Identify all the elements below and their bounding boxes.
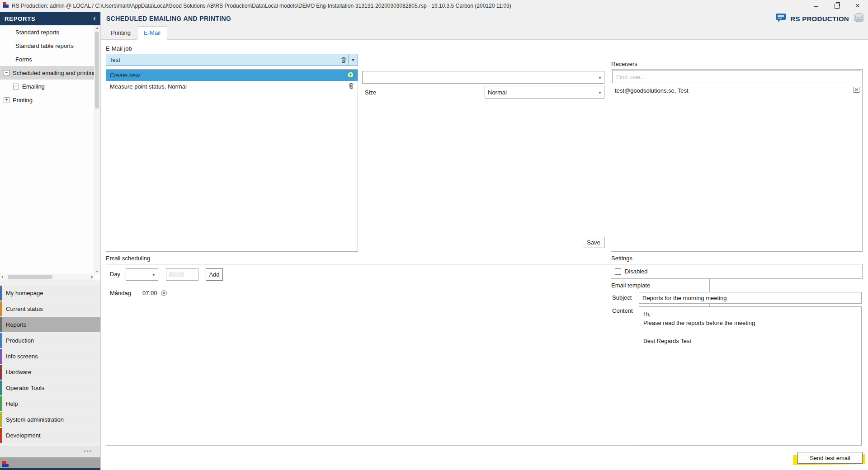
- find-user-input[interactable]: [612, 70, 861, 83]
- save-button[interactable]: Save: [583, 237, 604, 248]
- content-label: Content: [612, 307, 633, 314]
- nav-item-label: Operator Tools: [6, 385, 44, 391]
- more-icon: •••: [84, 448, 92, 455]
- delete-job-row-icon[interactable]: [349, 83, 354, 90]
- tree-horizontal-scrollbar[interactable]: [0, 274, 94, 280]
- sidebar-title: REPORTS: [5, 15, 35, 22]
- subject-label: Subject: [612, 294, 632, 301]
- size-value: Normal: [488, 86, 595, 98]
- tree-item-standard-reports[interactable]: Standard reports: [0, 25, 100, 39]
- job-list-item-create-new[interactable]: Create new: [106, 70, 358, 81]
- schedule-entry: Måndag 07:00: [110, 288, 167, 297]
- time-input[interactable]: [166, 268, 198, 281]
- scroll-down-icon[interactable]: [96, 271, 99, 273]
- job-item-label: Measure point status, Normal: [110, 83, 349, 90]
- tree-vertical-scrollbar[interactable]: [94, 25, 100, 274]
- job-list-item-measure-point-status[interactable]: Measure point status, Normal: [106, 81, 358, 92]
- nav-item-label: Info screens: [6, 353, 38, 360]
- remove-schedule-icon[interactable]: [161, 290, 167, 296]
- email-job-list: Create new Measure point status, Normal: [106, 69, 358, 252]
- nav-item-label: Reports: [6, 321, 27, 328]
- sidebar-item-current-status[interactable]: Current status: [0, 301, 100, 316]
- scroll-up-icon[interactable]: [96, 27, 99, 29]
- feedback-chat-icon[interactable]: [776, 14, 786, 24]
- header-right-cluster: RS PRODUCTION: [776, 12, 864, 25]
- nav-color-stripe: [0, 412, 2, 427]
- report-select-dropdown[interactable]: ▾: [362, 71, 604, 84]
- tree-expand-icon[interactable]: +: [13, 84, 19, 89]
- nav-color-stripe: [0, 396, 2, 411]
- sidebar-bottom-strip: [0, 468, 100, 470]
- scroll-left-icon[interactable]: [1, 276, 3, 278]
- dropdown-arrow-icon: ▾: [596, 86, 604, 98]
- report-select-value: [365, 71, 595, 83]
- nav-color-stripe: [0, 317, 2, 332]
- day-value: [129, 269, 149, 280]
- disabled-label: Disabled: [625, 268, 648, 275]
- window-controls: – ×: [806, 0, 868, 12]
- tab-email[interactable]: E-Mail: [137, 26, 167, 40]
- size-dropdown[interactable]: Normal ▾: [485, 86, 604, 99]
- dropdown-arrow-icon: ▾: [596, 71, 604, 83]
- sidebar-item-hardware[interactable]: Hardware: [0, 365, 100, 380]
- brand-name: RS PRODUCTION: [790, 15, 849, 23]
- sidebar-item-production[interactable]: Production: [0, 333, 100, 348]
- restore-button[interactable]: [826, 0, 847, 12]
- sidebar-item-development[interactable]: Development: [0, 428, 100, 443]
- restore-icon: [835, 4, 840, 9]
- sidebar-item-system-administration[interactable]: System administration: [0, 412, 100, 427]
- tree-expand-icon[interactable]: +: [4, 97, 9, 103]
- rs-production-logo-icon: [854, 13, 864, 24]
- tree-item-label: Forms: [15, 56, 32, 63]
- scrollbar-thumb[interactable]: [8, 275, 52, 279]
- minimize-button[interactable]: –: [806, 0, 826, 12]
- day-dropdown[interactable]: ▾: [126, 268, 158, 281]
- nav-item-label: System administration: [6, 416, 64, 423]
- collapse-sidebar-icon[interactable]: ‹: [93, 15, 96, 21]
- tree-item-scheduled-emailing-and-printing[interactable]: − Scheduled emailing and printing: [0, 66, 94, 80]
- close-button[interactable]: ×: [847, 0, 868, 12]
- sidebar-header: REPORTS ‹: [0, 12, 100, 25]
- tree-item-forms[interactable]: Forms: [0, 52, 100, 66]
- dropdown-arrow-icon: ▾: [150, 269, 158, 280]
- minimize-icon: –: [814, 4, 818, 8]
- settings-panel: Disabled: [611, 264, 863, 279]
- scroll-right-icon[interactable]: [91, 276, 93, 278]
- nav-more-button[interactable]: •••: [0, 446, 100, 457]
- nav-color-stripe: [0, 333, 2, 348]
- sidebar-item-help[interactable]: Help: [0, 396, 100, 411]
- tree-item-label: Printing: [13, 97, 33, 103]
- remove-receiver-icon[interactable]: [854, 87, 859, 94]
- nav-color-stripe: [0, 428, 2, 443]
- template-section-label: Email template: [611, 282, 650, 289]
- tree-collapse-icon[interactable]: −: [4, 70, 9, 76]
- tree-item-printing[interactable]: + Printing: [0, 93, 100, 107]
- tree-item-standard-table-reports[interactable]: Standard table reports: [0, 39, 100, 52]
- tree-item-label: Emailing: [22, 83, 45, 90]
- add-job-icon[interactable]: [347, 71, 354, 80]
- scrollbar-thumb[interactable]: [95, 32, 99, 108]
- page-header: SCHEDULED EMAILING AND PRINTING RS PRODU…: [101, 12, 868, 25]
- scheduling-section-label: Email scheduling: [106, 255, 150, 262]
- sidebar-footer: [0, 457, 100, 468]
- disabled-checkbox[interactable]: [615, 268, 621, 275]
- sidebar-item-reports[interactable]: Reports: [0, 317, 100, 332]
- email-job-selected-value: Test: [106, 56, 339, 63]
- nav-item-label: Hardware: [6, 369, 31, 376]
- nav-color-stripe: [0, 349, 2, 364]
- delete-job-icon[interactable]: [339, 57, 348, 63]
- email-job-combobox[interactable]: Test ▾: [106, 54, 358, 66]
- sidebar-item-my-homepage[interactable]: My homepage: [0, 286, 100, 301]
- tree-item-label: Standard reports: [15, 29, 59, 36]
- nav-item-label: Current status: [6, 306, 43, 312]
- tree-item-emailing[interactable]: + Emailing: [0, 80, 100, 93]
- add-schedule-button[interactable]: Add: [206, 268, 223, 281]
- subject-input[interactable]: [639, 292, 862, 304]
- job-dropdown-arrow-icon[interactable]: ▾: [348, 54, 358, 66]
- sidebar-item-info-screens[interactable]: Info screens: [0, 349, 100, 364]
- sidebar-item-operator-tools[interactable]: Operator Tools: [0, 381, 100, 395]
- app-window: RS Production: admin @ LOCAL / C:\Users\…: [0, 0, 868, 470]
- content-textarea[interactable]: Hi, Please read the reports before the m…: [639, 306, 862, 446]
- tab-printing[interactable]: Printing: [104, 27, 137, 39]
- send-test-email-button[interactable]: Send test email: [797, 452, 863, 464]
